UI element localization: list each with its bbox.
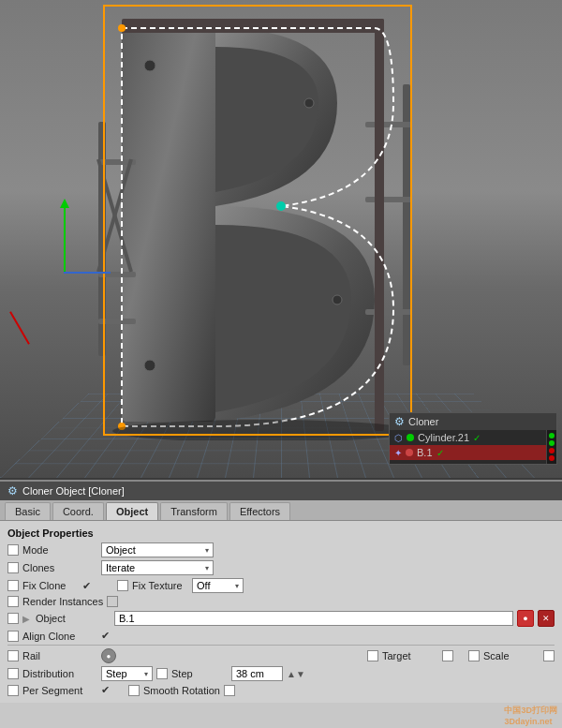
watermark-en: 3Ddayin.net [504, 717, 552, 726]
distribution-label: Distribution [22, 668, 97, 679]
object-row: ▶ Object B.1 ● ✕ [7, 610, 555, 627]
rail-checkbox[interactable] [7, 650, 19, 661]
scale-label: Scale [483, 650, 540, 661]
section-title: Object Properties [7, 527, 555, 539]
x-axis-arrow [9, 311, 30, 345]
object-btn-1[interactable]: ● [517, 610, 534, 627]
fix-clone-checkbox[interactable] [7, 580, 19, 591]
step-label: Step [171, 668, 228, 679]
step-arrows[interactable]: ▲▼ [287, 669, 305, 679]
fix-row: Fix Clone ✔ Fix Texture Off ▾ [7, 578, 555, 593]
per-segment-checkbox[interactable] [7, 685, 19, 696]
align-clone-label: Align Clone [22, 631, 97, 642]
render-instances-label: Render Instances [22, 596, 103, 607]
tab-effectors[interactable]: Effectors [229, 502, 290, 520]
mode-row: Mode Object ▾ [7, 542, 555, 557]
scale-check[interactable] [543, 650, 555, 661]
fix-clone-checkmark: ✔ [82, 580, 91, 592]
object-btn-2[interactable]: ✕ [538, 610, 555, 627]
cloner-panel[interactable]: ⚙ Cloner ⬡ Cylinder.21 ✓ ✦ B.1 ✓ [389, 412, 557, 465]
y-axis-arrow [64, 206, 66, 272]
smooth-rotation-label: Smooth Rotation [143, 685, 220, 696]
svg-point-1 [144, 60, 155, 71]
svg-rect-11 [365, 197, 412, 202]
props-tabs[interactable]: Basic Coord. Object Transform Effectors [0, 500, 562, 521]
tab-coord[interactable]: Coord. [52, 502, 104, 520]
clones-value: Iterate [106, 562, 135, 573]
mode-checkbox[interactable] [7, 544, 19, 556]
props-content: Object Properties Mode Object ▾ Clones I… [0, 521, 562, 703]
side-dot-3[interactable] [549, 448, 555, 453]
step-input[interactable]: 38 cm [231, 666, 283, 681]
object-expand-icon: ▶ [22, 614, 30, 624]
check-icon2: ✓ [436, 448, 444, 458]
b-letter-object [94, 9, 450, 440]
chevron-down-icon4: ▾ [144, 670, 148, 678]
cloner-item-b1[interactable]: ✦ B.1 ✓ [390, 445, 546, 460]
fix-texture-checkbox[interactable] [117, 580, 128, 591]
props-title: Cloner Object [Cloner] [22, 485, 125, 497]
mode-dropdown[interactable]: Object ▾ [101, 542, 214, 557]
distribution-dropdown[interactable]: Step ▾ [101, 666, 153, 681]
side-dot-2[interactable] [549, 440, 555, 446]
smooth-rotation-check[interactable] [224, 685, 235, 696]
clones-dropdown[interactable]: Iterate ▾ [101, 560, 214, 575]
viewport-3d[interactable]: ⚙ Cloner ⬡ Cylinder.21 ✓ ✦ B.1 ✓ [0, 0, 562, 478]
object-label: Object [36, 613, 111, 624]
svg-point-3 [304, 98, 314, 108]
rail-label: Rail [22, 650, 97, 661]
svg-point-4 [333, 295, 342, 305]
chevron-down-icon3: ▾ [235, 582, 239, 590]
check-icon: ✓ [473, 433, 481, 443]
fix-texture-dropdown[interactable]: Off ▾ [192, 578, 244, 593]
svg-rect-15 [122, 19, 384, 33]
target-checkbox[interactable] [367, 650, 378, 661]
b1-label: B.1 [417, 447, 433, 458]
render-instances-check[interactable] [107, 596, 118, 607]
object-checkbox[interactable] [7, 613, 19, 624]
per-segment-checkmark: ✔ [101, 684, 110, 696]
chevron-down-icon: ▾ [205, 546, 209, 555]
svg-rect-10 [365, 122, 412, 127]
svg-rect-0 [122, 28, 215, 422]
z-axis-arrow [64, 272, 111, 274]
cloner-title: Cloner [408, 416, 438, 427]
distribution-row: Distribution Step ▾ Step 38 cm ▲▼ [7, 666, 555, 681]
cylinder-label: Cylinder.21 [418, 432, 469, 443]
svg-point-20 [112, 420, 412, 440]
tab-transform[interactable]: Transform [160, 502, 228, 520]
svg-point-19 [276, 201, 286, 211]
fix-texture-label: Fix Texture [132, 580, 188, 591]
align-clone-checkbox[interactable] [7, 631, 19, 642]
side-dot-1[interactable] [549, 433, 555, 438]
smooth-rotation-checkbox[interactable] [128, 685, 140, 696]
distribution-checkbox[interactable] [7, 668, 19, 679]
tab-basic[interactable]: Basic [5, 502, 51, 520]
render-instances-checkbox[interactable] [7, 596, 19, 607]
scale-checkbox[interactable] [468, 650, 480, 661]
render-instances-row: Render Instances [7, 596, 555, 607]
rail-circle-btn[interactable]: ● [101, 648, 116, 663]
target-label: Target [382, 650, 438, 661]
cloner-header: ⚙ Cloner [390, 413, 556, 430]
per-segment-label: Per Segment [22, 685, 97, 696]
clones-row: Clones Iterate ▾ [7, 560, 555, 575]
target-check[interactable] [442, 650, 453, 661]
tab-object[interactable]: Object [106, 502, 158, 520]
active-dot [407, 434, 414, 441]
step-checkbox[interactable] [156, 668, 168, 679]
watermark-cn: 中国3D打印网 [504, 706, 557, 715]
cloner-item-cylinder[interactable]: ⬡ Cylinder.21 ✓ [390, 430, 546, 445]
svg-rect-12 [365, 309, 412, 315]
chevron-down-icon2: ▾ [205, 564, 209, 572]
align-clone-row: Align Clone ✔ [7, 630, 555, 642]
align-clone-checkmark: ✔ [101, 630, 110, 642]
watermark: 中国3D打印网 3Ddayin.net [504, 705, 557, 726]
object-field[interactable]: B.1 [114, 611, 513, 626]
props-titlebar: ⚙ Cloner Object [Cloner] [0, 482, 562, 500]
side-dot-4[interactable] [549, 455, 555, 461]
clones-checkbox[interactable] [7, 562, 19, 573]
rail-section: Rail ● Target Scale Distribution Step ▾ [7, 645, 555, 696]
inactive-dot [406, 449, 413, 456]
mode-value: Object [106, 544, 136, 556]
